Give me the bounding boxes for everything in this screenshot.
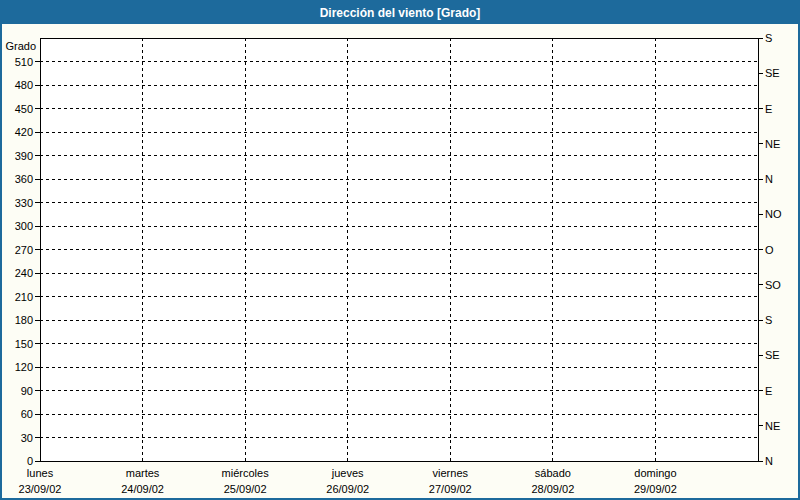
x-date-label: 24/09/02 xyxy=(121,483,164,495)
plot-area xyxy=(40,38,758,461)
y-tick-label-right: NE xyxy=(765,420,780,432)
x-day-label: sábado xyxy=(535,467,571,479)
y-axis-right: NNEESESSOONONNEESES xyxy=(758,32,782,467)
y-tick-label-right: N xyxy=(765,455,773,467)
x-date-label: 28/09/02 xyxy=(531,483,574,495)
y-tick-label-right: NO xyxy=(765,208,782,220)
x-axis: lunes23/09/02martes24/09/02miércoles25/0… xyxy=(19,467,677,495)
wind-direction-chart: Grado03060901201501802102402703003303603… xyxy=(2,24,798,498)
y-tick-label-left: 420 xyxy=(15,126,33,138)
x-date-label: 27/09/02 xyxy=(429,483,472,495)
y-tick-label-left: 180 xyxy=(15,314,33,326)
y-tick-label-right: SE xyxy=(765,349,780,361)
y-tick-label-left: 30 xyxy=(21,432,33,444)
x-day-label: viernes xyxy=(433,467,469,479)
x-day-label: lunes xyxy=(27,467,54,479)
x-date-label: 23/09/02 xyxy=(19,483,62,495)
y-tick-label-right: S xyxy=(765,314,772,326)
y-tick-label-right: E xyxy=(765,385,772,397)
y-tick-label-right: E xyxy=(765,103,772,115)
x-day-label: miércoles xyxy=(222,467,270,479)
chart-window: Dirección del viento [Grado] Grado030609… xyxy=(0,0,800,500)
y-tick-label-left: 240 xyxy=(15,267,33,279)
y-tick-label-left: 90 xyxy=(21,385,33,397)
x-day-label: martes xyxy=(126,467,160,479)
y-tick-label-right: O xyxy=(765,244,774,256)
y-tick-label-left: 60 xyxy=(21,408,33,420)
title-bar: Dirección del viento [Grado] xyxy=(2,2,798,24)
y-tick-label-right: SO xyxy=(765,279,781,291)
x-date-label: 29/09/02 xyxy=(634,483,677,495)
y-tick-label-left: 330 xyxy=(15,197,33,209)
y-tick-label-left: 270 xyxy=(15,244,33,256)
y-tick-label-left: 120 xyxy=(15,361,33,373)
window-title: Dirección del viento [Grado] xyxy=(320,6,481,20)
y-tick-label-right: NE xyxy=(765,138,780,150)
y-tick-label-left: 390 xyxy=(15,150,33,162)
y-axis-left: Grado03060901201501802102402703003303603… xyxy=(5,40,40,467)
y-tick-label-left: 300 xyxy=(15,220,33,232)
y-tick-label-left: 150 xyxy=(15,338,33,350)
y-tick-label-left: 450 xyxy=(15,103,33,115)
x-day-label: domingo xyxy=(634,467,676,479)
x-day-label: jueves xyxy=(331,467,364,479)
x-date-label: 25/09/02 xyxy=(224,483,267,495)
y-tick-label-left: 360 xyxy=(15,173,33,185)
y-tick-label-left: 480 xyxy=(15,79,33,91)
chart-area: Grado03060901201501802102402703003303603… xyxy=(2,24,798,498)
y-tick-label-left: 510 xyxy=(15,56,33,68)
y-tick-label-right: S xyxy=(765,32,772,44)
y-tick-label-right: N xyxy=(765,173,773,185)
y-tick-label-left: 0 xyxy=(27,455,33,467)
y-tick-label-right: SE xyxy=(765,67,780,79)
y-tick-label-left: 210 xyxy=(15,291,33,303)
y-axis-unit-label: Grado xyxy=(5,40,36,52)
x-date-label: 26/09/02 xyxy=(326,483,369,495)
